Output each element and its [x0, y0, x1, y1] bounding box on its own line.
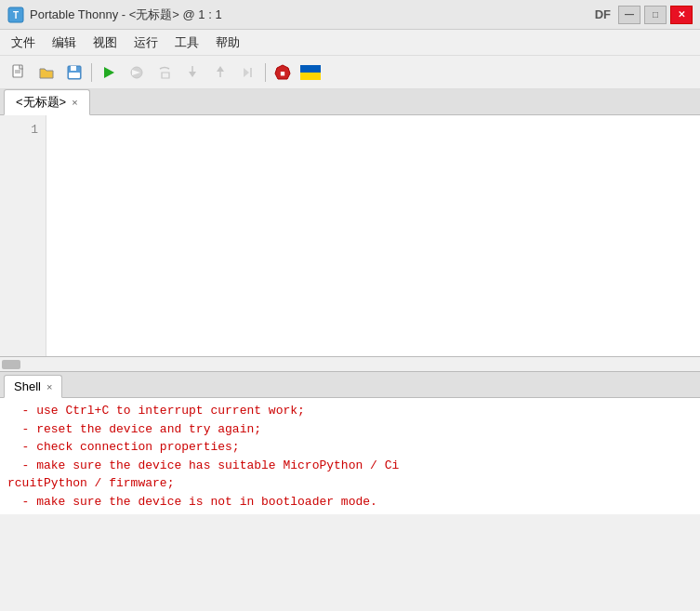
line-number-1: 1: [0, 123, 38, 137]
close-icon: ✕: [678, 9, 685, 20]
shell-line: - make sure the device has suitable Micr…: [7, 457, 693, 475]
step-into-icon: [184, 64, 201, 81]
step-over-icon: [156, 64, 173, 81]
minimize-icon: —: [625, 9, 634, 20]
shell-line: - reset the device and try again;: [7, 420, 693, 439]
h-scroll-thumb[interactable]: [2, 360, 20, 369]
step-out-button[interactable]: [207, 60, 233, 86]
menu-item-视图[interactable]: 视图: [86, 32, 125, 54]
new-button[interactable]: [6, 60, 32, 86]
line-numbers: 1: [0, 115, 46, 356]
stop-button[interactable]: ■: [270, 60, 296, 86]
editor-tab-bar: <无标题> ×: [0, 89, 700, 115]
df-label: DF: [595, 7, 611, 21]
shell-line: rcuitPython / firmware;: [7, 474, 693, 493]
shell-tab-label: Shell: [14, 379, 41, 393]
svg-rect-7: [69, 73, 80, 78]
shell-tab[interactable]: Shell ×: [4, 375, 62, 398]
shell-output: - use Ctrl+C to interrupt current work; …: [0, 398, 700, 514]
df-area: DF — □ ✕: [595, 6, 693, 24]
title-left: T Portable Thonny - <无标题> @ 1 : 1: [7, 7, 222, 23]
flag-button[interactable]: [297, 60, 324, 86]
menu-bar: 文件编辑视图运行工具帮助: [0, 30, 700, 56]
maximize-button[interactable]: □: [644, 6, 667, 24]
app-icon: T: [7, 7, 24, 23]
save-icon: [66, 64, 83, 81]
svg-text:T: T: [13, 10, 19, 20]
save-button[interactable]: [61, 60, 87, 86]
open-button[interactable]: [33, 60, 59, 86]
menu-item-文件[interactable]: 文件: [4, 32, 43, 54]
debug-icon: [128, 64, 145, 81]
run-icon: [100, 64, 117, 81]
svg-rect-21: [300, 73, 321, 80]
step-out-icon: [212, 64, 229, 81]
shell-line: - use Ctrl+C to interrupt current work;: [7, 402, 693, 420]
code-editor[interactable]: [46, 115, 700, 356]
step-over-button[interactable]: [152, 60, 178, 86]
menu-item-帮助[interactable]: 帮助: [208, 32, 247, 54]
editor-tab-close[interactable]: ×: [72, 97, 77, 108]
separator-1: [91, 63, 92, 82]
shell-line: - check connection properties;: [7, 438, 693, 457]
stop-icon: ■: [274, 64, 291, 81]
shell-tab-close[interactable]: ×: [46, 381, 52, 392]
maximize-icon: □: [653, 9, 658, 20]
editor-tab-untitled[interactable]: <无标题> ×: [4, 89, 90, 115]
separator-2: [265, 63, 266, 82]
svg-rect-6: [71, 66, 76, 71]
title-bar: T Portable Thonny - <无标题> @ 1 : 1 DF — □…: [0, 0, 700, 30]
run-button[interactable]: [96, 60, 122, 86]
flag-icon: [300, 65, 321, 80]
open-folder-icon: [38, 64, 55, 81]
shell-line: - make sure the device is not in bootloa…: [7, 493, 693, 511]
close-button[interactable]: ✕: [670, 6, 693, 24]
svg-marker-13: [189, 72, 196, 77]
menu-item-编辑[interactable]: 编辑: [45, 32, 84, 54]
debug-button[interactable]: [124, 60, 150, 86]
new-file-icon: [10, 64, 27, 81]
step-into-button[interactable]: [179, 60, 205, 86]
toolbar: ■: [0, 56, 700, 89]
svg-marker-8: [104, 67, 114, 78]
svg-marker-11: [162, 73, 169, 78]
shell-tab-bar: Shell ×: [0, 372, 700, 398]
svg-marker-16: [244, 68, 249, 77]
minimize-button[interactable]: —: [618, 6, 641, 24]
editor-tab-label: <无标题>: [16, 94, 66, 111]
editor-area: 1: [0, 115, 700, 357]
resume-icon: [240, 64, 257, 81]
svg-rect-20: [300, 65, 321, 73]
svg-text:■: ■: [280, 69, 284, 78]
horizontal-scrollbar[interactable]: [0, 357, 700, 372]
title-text: Portable Thonny - <无标题> @ 1 : 1: [30, 7, 222, 23]
svg-marker-15: [217, 66, 224, 72]
resume-button[interactable]: [235, 60, 261, 86]
menu-item-运行[interactable]: 运行: [126, 32, 165, 54]
menu-item-工具[interactable]: 工具: [167, 32, 206, 54]
